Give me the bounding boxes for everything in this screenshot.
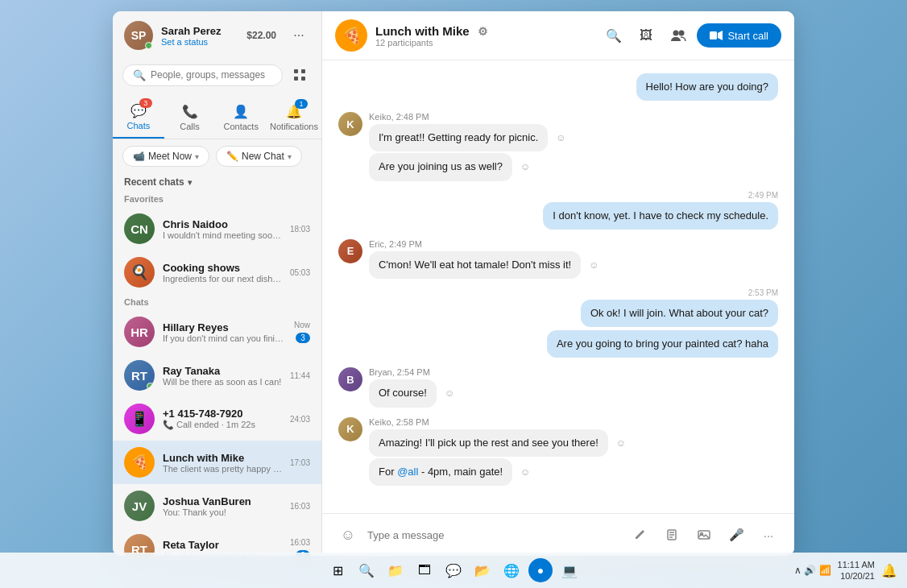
chat-time: 24:03 bbox=[290, 415, 310, 424]
blue-circle-button[interactable]: ● bbox=[528, 558, 553, 582]
list-item[interactable]: 🍕 Lunch with Mike The client was pretty … bbox=[113, 441, 321, 484]
chat-info: +1 415-748-7920 📞 Call ended · 1m 22s bbox=[163, 408, 282, 430]
browser-button[interactable]: 🌐 bbox=[499, 558, 524, 582]
meet-chevron-icon: ▾ bbox=[195, 152, 199, 161]
chat-info: Ray Tanaka Will be there as soon as I ca… bbox=[163, 365, 282, 387]
message-bubble: Amazing! I'll pick up the rest and see y… bbox=[369, 429, 608, 457]
message-bubble: Are you going to bring your painted cat?… bbox=[547, 330, 778, 358]
recent-chats-chevron-icon: ▾ bbox=[188, 178, 192, 187]
chat-preview: Will be there as soon as I can! bbox=[163, 377, 282, 387]
tab-contacts[interactable]: 👤 Contacts bbox=[215, 97, 267, 138]
notifications-icon: 🔔 1 bbox=[285, 102, 303, 120]
tab-calls[interactable]: 📞 Calls bbox=[164, 97, 216, 138]
list-item[interactable]: CN Chris Naidoo I wouldn't mind meeting … bbox=[113, 207, 321, 251]
svg-rect-6 bbox=[710, 31, 717, 39]
chats-badge: 3 bbox=[139, 98, 152, 108]
start-button[interactable]: ⊞ bbox=[325, 558, 350, 582]
chat-time: 17:03 bbox=[290, 458, 310, 467]
emoji-reaction[interactable]: ☺ bbox=[520, 161, 530, 172]
list-item[interactable]: 🍳 Cooking shows Ingredients for our next… bbox=[113, 251, 321, 294]
chats-icon: 💬 3 bbox=[130, 101, 147, 119]
avatar: 🍳 bbox=[124, 257, 155, 288]
list-item[interactable]: 📱 +1 415-748-7920 📞 Call ended · 1m 22s … bbox=[113, 397, 321, 441]
avatar: HR bbox=[124, 317, 155, 347]
emoji-button[interactable]: ☺ bbox=[335, 522, 361, 548]
message-group: E Eric, 2:49 PM C'mon! We'll eat hot tam… bbox=[338, 239, 778, 279]
message-group: B Bryan, 2:54 PM Of course! ☺ bbox=[338, 367, 778, 407]
new-chat-chevron-icon: ▾ bbox=[288, 152, 292, 161]
list-item[interactable]: RT Ray Tanaka Will be there as soon as I… bbox=[113, 354, 321, 397]
chat-title: Lunch with Mike ⚙ bbox=[375, 24, 592, 38]
search-icon: 🔍 bbox=[133, 69, 146, 81]
tab-chats[interactable]: 💬 3 Chats bbox=[113, 97, 164, 139]
emoji-reaction[interactable]: ☺ bbox=[520, 466, 530, 478]
meet-now-button[interactable]: 📹 Meet Now ▾ bbox=[122, 146, 209, 167]
avatar: 🍕 bbox=[124, 447, 155, 478]
emoji-reaction[interactable]: ☺ bbox=[616, 437, 626, 449]
chat-name: Ray Tanaka bbox=[163, 365, 282, 377]
multitask-button[interactable]: 🗔 bbox=[412, 558, 437, 582]
more-options-button[interactable]: ··· bbox=[288, 24, 310, 47]
message-bubble: I don't know, yet. I have to check my sc… bbox=[543, 202, 778, 230]
list-item[interactable]: HR Hillary Reyes If you don't mind can y… bbox=[113, 310, 321, 354]
chat-name: Cooking shows bbox=[163, 262, 282, 274]
search-button[interactable]: 🔍 bbox=[600, 22, 627, 49]
notification-icon[interactable]: 🔔 bbox=[881, 563, 897, 578]
app-window: SP Sarah Perez Set a status $22.00 ··· 🔍 bbox=[113, 11, 794, 556]
nav-tabs: 💬 3 Chats 📞 Calls 👤 Contacts 🔔 1 Notific… bbox=[113, 93, 321, 139]
chat-name: Joshua VanBuren bbox=[163, 495, 282, 507]
audio-button[interactable]: 🎤 bbox=[723, 522, 749, 548]
chat-meta: Now 3 bbox=[294, 321, 310, 343]
emoji-reaction[interactable]: ☺ bbox=[445, 387, 454, 399]
pen-tool-button[interactable] bbox=[627, 522, 652, 548]
chat-badge: 3 bbox=[296, 333, 310, 343]
notifications-badge: 1 bbox=[295, 99, 308, 109]
message-sender-time: Bryan, 2:54 PM bbox=[369, 367, 454, 377]
start-call-button[interactable]: Start call bbox=[697, 23, 781, 48]
avatar: K bbox=[338, 112, 362, 136]
user-info: Sarah Perez Set a status bbox=[161, 25, 238, 47]
user-avatar-container: SP bbox=[124, 21, 153, 50]
tab-notifications[interactable]: 🔔 1 Notifications bbox=[267, 97, 321, 138]
chat-taskbar-button[interactable]: 💬 bbox=[441, 558, 466, 582]
message-group: K Keiko, 2:48 PM I'm great!! Getting rea… bbox=[338, 112, 778, 180]
message-sender-time: Eric, 2:49 PM bbox=[369, 239, 598, 249]
chat-meta: 18:03 bbox=[290, 225, 310, 234]
gallery-button[interactable]: 🖼 bbox=[632, 22, 660, 49]
message-input[interactable] bbox=[367, 529, 620, 541]
message-sender-time: Keiko, 2:58 PM bbox=[369, 417, 626, 427]
chat-preview: You: Thank you! bbox=[163, 507, 282, 517]
chat-preview: I wouldn't mind meeting sooner... bbox=[163, 230, 282, 240]
settings-icon[interactable]: ⚙ bbox=[478, 25, 488, 38]
new-chat-button[interactable]: ✏️ New Chat ▾ bbox=[216, 146, 302, 167]
chat-time: Now bbox=[294, 321, 310, 329]
emoji-reaction[interactable]: ☺ bbox=[556, 132, 565, 143]
message-sender-time: Keiko, 2:48 PM bbox=[369, 112, 566, 122]
emoji-reaction[interactable]: ☺ bbox=[589, 259, 598, 271]
grid-view-button[interactable] bbox=[288, 63, 312, 87]
meet-icon: 📹 bbox=[133, 151, 145, 162]
search-input[interactable] bbox=[151, 69, 272, 81]
search-input-wrap: 🔍 bbox=[122, 64, 283, 86]
chat-name: Chris Naidoo bbox=[163, 218, 282, 230]
search-taskbar-button[interactable]: 🔍 bbox=[354, 558, 379, 582]
avatar: B bbox=[338, 367, 362, 391]
participants-button[interactable] bbox=[665, 22, 692, 49]
list-item[interactable]: RT Reta Taylor Ah, ok I understand now. … bbox=[113, 528, 321, 556]
image-button[interactable] bbox=[691, 522, 717, 548]
system-clock[interactable]: 11:11 AM 10/20/21 bbox=[838, 559, 875, 582]
chat-header-actions: 🔍 🖼 Start call bbox=[600, 22, 781, 49]
list-item[interactable]: JV Joshua VanBuren You: Thank you! 16:03 bbox=[113, 484, 321, 528]
skype-button[interactable]: 💻 bbox=[557, 558, 582, 582]
recent-chats-header[interactable]: Recent chats ▾ bbox=[113, 173, 321, 191]
more-options-button[interactable]: ··· bbox=[756, 522, 781, 548]
chat-info: Joshua VanBuren You: Thank you! bbox=[163, 495, 282, 517]
user-status[interactable]: Set a status bbox=[161, 37, 238, 47]
chat-main: 🍕 Lunch with Mike ⚙ 12 participants 🔍 🖼 bbox=[322, 11, 794, 556]
file-explorer-button[interactable]: 📁 bbox=[383, 558, 408, 582]
attachment-button[interactable] bbox=[659, 522, 685, 548]
chat-name: Reta Taylor bbox=[163, 539, 282, 551]
search-bar: 🔍 bbox=[122, 63, 312, 87]
folder-button[interactable]: 📂 bbox=[470, 558, 495, 582]
mention: @all bbox=[397, 466, 418, 478]
